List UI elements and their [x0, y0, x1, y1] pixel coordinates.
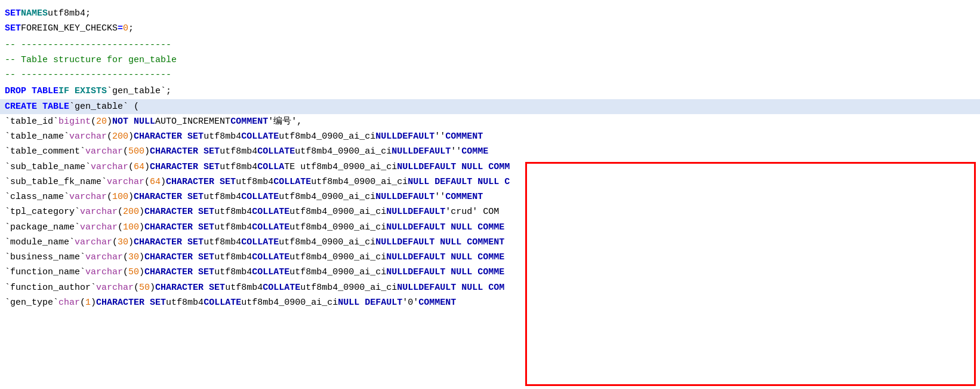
token-plain: `function_name` — [5, 265, 85, 279]
code-line-13: `sub_table_name` varchar(64) CHARACTER S… — [0, 160, 980, 174]
token-plain: TE utf8mb4_0900_ai_ci — [284, 160, 397, 174]
token-kw-bold-blue: DEFAULT — [413, 145, 451, 158]
token-identifier: varchar — [80, 205, 118, 219]
token-plain: ( — [107, 130, 112, 143]
code-line-19: `business_name` varchar(30) CHARACTER SE… — [0, 250, 980, 265]
token-comment-green: -- ---------------------------- — [5, 38, 171, 52]
token-kw-blue: SET — [5, 22, 21, 35]
token-kw-blue: DROP TABLE — [5, 84, 58, 98]
code-container: SET NAMES utf8mb4;SET FOREIGN_KEY_CHECKS… — [0, 0, 980, 389]
token-plain: utf8mb4_0900_ai_ci — [289, 220, 386, 234]
token-plain: utf8mb4_0900_ai_ci — [300, 281, 397, 295]
token-plain: FOREIGN_KEY_CHECKS — [21, 22, 118, 35]
token-plain: ( — [123, 265, 128, 279]
token-kw-bold-blue: DEFAULT NULL COMME — [408, 265, 504, 279]
token-kw-bold-blue: NOT NULL — [112, 115, 155, 128]
token-identifier: varchar — [91, 160, 128, 174]
token-kw-bold-blue: COMMENT — [230, 115, 268, 128]
token-kw-bold-blue: COLLATE — [273, 175, 311, 189]
token-kw-bold-blue: COLLATE — [252, 220, 289, 234]
token-plain: ) — [139, 205, 144, 219]
token-plain: utf8mb4 — [225, 281, 263, 295]
token-identifier: varchar — [80, 220, 118, 234]
code-line-20: `function_name` varchar(50) CHARACTER SE… — [0, 265, 980, 280]
code-line-12: `table_comment` varchar(500) CHARACTER S… — [0, 144, 980, 159]
token-plain: ; — [128, 22, 134, 35]
token-num-orange: 50 — [139, 281, 150, 295]
code-line-21: `function_author` varchar(50) CHARACTER … — [0, 280, 980, 295]
token-plain: ) — [144, 145, 150, 158]
token-plain: utf8mb4 — [214, 250, 252, 264]
token-plain: ) — [128, 130, 134, 143]
token-identifier: varchar — [96, 281, 134, 295]
token-num-orange: 30 — [118, 235, 128, 249]
token-plain: `gen_table`; — [107, 84, 171, 98]
code-line-4: -- ---------------------------- — [0, 38, 980, 53]
token-comment-green: -- ---------------------------- — [5, 68, 171, 82]
token-identifier: bigint — [58, 115, 91, 128]
token-plain: utf8mb4; — [48, 7, 91, 20]
token-plain: utf8mb4_0900_ai_ci — [279, 130, 375, 143]
code-line-6: -- ---------------------------- — [0, 68, 980, 82]
token-kw-bold-blue: COLLATE — [241, 235, 279, 249]
token-kw-bold-blue: DEFAULT — [408, 205, 445, 219]
token-plain: ) — [139, 220, 144, 234]
token-kw-bold-blue: CHARACTER SET — [134, 235, 204, 249]
token-identifier: varchar — [85, 265, 123, 279]
token-plain: `class_name` — [5, 190, 69, 204]
token-plain: '' — [451, 145, 461, 158]
code-line-14: `sub_table_fk_name` varchar(64) CHARACTE… — [0, 174, 980, 189]
token-plain: utf8mb4_0900_ai_ci — [279, 190, 375, 204]
code-line-1: SET NAMES utf8mb4; — [0, 6, 980, 21]
token-plain: `gen_type` — [5, 296, 58, 310]
token-identifier: varchar — [85, 145, 123, 158]
token-plain: utf8mb4_0900_ai_ci — [279, 235, 375, 249]
token-kw-bold-blue: NULL — [386, 250, 408, 264]
code-line-22: `gen_type` char(1) CHARACTER SET utf8mb4… — [0, 295, 980, 310]
token-num-orange: 64 — [134, 160, 144, 174]
token-identifier: char — [58, 296, 80, 310]
token-plain: 'crud' COM — [445, 205, 499, 219]
token-kw-bold-blue: COLLATE — [241, 130, 279, 143]
code-line-10: `table_id` bigint(20) NOT NULL AUTO_INCR… — [0, 114, 980, 129]
lines-container: SET NAMES utf8mb4;SET FOREIGN_KEY_CHECKS… — [0, 6, 980, 310]
token-plain: utf8mb4 — [166, 296, 204, 310]
code-line-9: CREATE TABLE `gen_table` ( — [0, 99, 980, 114]
token-kw-bold-blue: CHARACTER SET — [134, 130, 204, 143]
token-kw-bold-blue: CHARACTER SET — [96, 296, 166, 310]
token-plain: utf8mb4 — [214, 265, 252, 279]
token-plain: `table_comment` — [5, 145, 85, 158]
token-identifier: varchar — [75, 235, 112, 249]
token-plain: ( — [80, 296, 85, 310]
token-kw-bold-blue: DEFAULT NULL COMME — [408, 220, 504, 234]
token-kw-bold-blue: CHARACTER SET — [144, 220, 214, 234]
token-identifier: varchar — [107, 175, 144, 189]
token-num-orange: 1 — [85, 296, 91, 310]
token-kw-bold-blue: NULL — [397, 281, 418, 295]
token-kw-bold-blue: CHARACTER SET — [166, 175, 236, 189]
token-kw-bold-blue: NULL — [386, 265, 408, 279]
token-kw-bold-blue: COMMENT — [445, 130, 483, 143]
code-line-16: `tpl_category` varchar(200) CHARACTER SE… — [0, 204, 980, 219]
token-plain: ) — [128, 235, 134, 249]
token-num-orange: 30 — [128, 250, 139, 264]
token-plain: ( — [107, 190, 112, 204]
token-plain: `sub_table_name` — [5, 160, 91, 174]
token-kw-bold-blue: COLLATE — [241, 190, 279, 204]
token-kw-bold-blue: CHARACTER SET — [155, 281, 225, 295]
token-plain: utf8mb4 — [220, 145, 257, 158]
code-line-2: SET FOREIGN_KEY_CHECKS = 0; — [0, 21, 980, 36]
token-num-orange: 200 — [123, 205, 139, 219]
token-plain: '0' — [402, 296, 418, 310]
token-kw-bold-blue: NULL DEFAULT — [338, 296, 402, 310]
token-num-orange: 20 — [96, 115, 107, 128]
token-kw-bold-blue: COLLATE — [257, 145, 295, 158]
token-plain: ( — [91, 115, 96, 128]
token-kw-bold-blue: CHARACTER SET — [144, 250, 214, 264]
token-kw-bold-blue: DEFAULT NULL COMM — [418, 160, 510, 174]
token-num-orange: 200 — [112, 130, 128, 143]
token-num-orange: 100 — [123, 220, 139, 234]
token-kw-bold-blue: COMME — [461, 145, 488, 158]
token-plain: ) — [91, 296, 96, 310]
token-kw-bold-blue: COLLATE — [252, 250, 289, 264]
